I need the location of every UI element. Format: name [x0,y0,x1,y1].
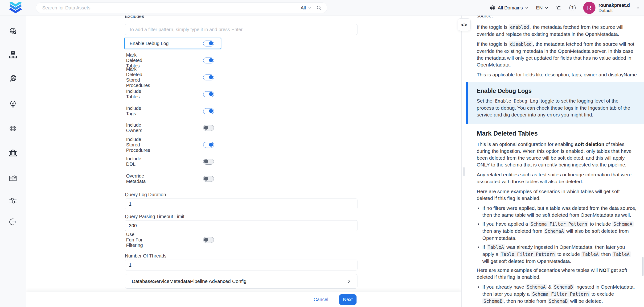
top-header: Search for Data Assets All All Domains E… [0,0,644,16]
bell-icon[interactable] [556,5,562,11]
number-of-threads-label: Number Of Threads [125,253,166,259]
docs-callout-title: Enable Debug Logs [477,88,631,94]
enable-debug-log-toggle[interactable] [203,41,214,47]
header-actions: All Domains EN ? R rounakpreet.d Default [490,0,640,16]
docs-paragraph: Here are some examples of scenarios in w… [477,188,637,202]
docs-paragraph: If the toggle is disabled, the metadata … [477,41,637,68]
view-json-code-button[interactable]: <> [458,19,470,31]
language-dropdown[interactable]: EN [536,5,548,11]
form-footer: Cancel Next [26,292,462,307]
mark-deleted-tables-toggle[interactable] [203,58,214,64]
docs-paragraph: Any related entities such as test suites… [477,171,637,185]
advanced-config-label: DatabaseServiceMetadataPipeline Advanced… [132,278,347,284]
knowledge-center-icon[interactable] [8,174,18,183]
docs-flow: If the toggle is enabled, the metadata f… [477,24,637,307]
left-nav-sidebar [0,16,26,307]
search-icon[interactable] [316,5,322,11]
docs-bullet: If you have applied a Schema Filter Patt… [477,220,637,241]
chevron-down-icon [308,6,312,10]
toggle-label: Use Fqn For Filtering [126,232,143,248]
mark-deleted-stored-procedures-toggle[interactable] [203,75,214,80]
advanced-config-collapse[interactable]: DatabaseServiceMetadataPipeline Advanced… [125,274,358,288]
toggle-label: Mark Deleted Tables [126,52,142,69]
search-scope-value: All [301,5,306,11]
help-icon[interactable]: ? [569,5,576,11]
search-scope-dropdown[interactable]: All [301,5,312,11]
user-name: rounakpreet.d [598,2,630,8]
settings-icon[interactable] [8,196,18,205]
pipeline-config-form: Excludes Enable Debug Log Mark Deleted T… [26,16,462,307]
logout-icon[interactable] [8,217,18,227]
chevron-right-icon [347,279,351,283]
insights-icon[interactable] [8,100,18,109]
include-tags-toggle[interactable] [203,108,214,114]
include-ddl-toggle[interactable] [203,159,214,165]
search-placeholder: Search for Data Assets [42,5,301,11]
chevron-down-icon [636,6,640,10]
excludes-label: Excludes [125,16,144,19]
excludes-input[interactable] [125,24,358,35]
docs-clipped-line: source. [477,16,637,24]
domains-icon[interactable] [8,124,18,133]
docs-bullet: If TableA was already ingested in OpenMe… [477,243,637,264]
query-parsing-timeout-input[interactable] [125,220,358,231]
use-fqn-for-filtering-toggle[interactable] [203,237,214,243]
docs-scrollbar-thumb[interactable] [642,257,644,276]
include-stored-procedures-toggle[interactable] [203,142,214,148]
chevron-down-icon [525,6,528,10]
toggle-label: Override Metadata [126,173,146,184]
toggle-label: Include Tags [126,106,142,117]
include-owners-toggle[interactable] [203,125,214,131]
chevron-down-icon [545,6,548,10]
docs-content: source. If the toggle is enabled, the me… [462,16,644,307]
sitemap-icon[interactable] [8,50,18,60]
include-tables-toggle[interactable] [203,91,214,97]
sidebar-divider [5,189,21,189]
user-menu[interactable]: R rounakpreet.d Default [583,2,640,14]
toggle-label: Include DDL [126,156,142,167]
docs-callout: Enable Debug LogsSet the Enable Debug Lo… [466,82,644,124]
domains-label: All Domains [498,5,523,11]
user-names: rounakpreet.d Default [598,2,630,14]
domains-dropdown[interactable]: All Domains [490,5,528,11]
toggle-label: Include Stored Procedures [126,137,150,153]
openmetadata-app: Search for Data Assets All All Domains E… [0,0,644,307]
language-value: EN [536,5,543,11]
query-log-duration-label: Query Log Duration [125,192,166,197]
explore-icon[interactable] [8,27,18,36]
enable-debug-log-row: Enable Debug Log [124,38,221,49]
docs-callout-body: Set the Enable Debug Log toggle to set t… [477,97,631,118]
query-log-duration-input[interactable] [125,198,358,209]
query-parsing-timeout-label: Query Parsing Timeout Limit [125,214,184,219]
globe-icon [490,5,496,11]
docs-bullet: If no filters were applied, but a table … [477,205,637,218]
docs-paragraph: This is applicable for fields like descr… [477,71,637,78]
toggle-label: Mark Deleted Stored Procedures [126,67,150,88]
docs-bullet: If you already have SchemaA & SchemaB in… [477,283,637,305]
logo-chevrons-icon [9,2,22,14]
avatar: R [583,2,596,14]
toggle-label: Include Tables [126,89,142,100]
user-team: Default [598,8,630,14]
number-of-threads-input[interactable] [125,260,358,270]
cancel-button[interactable]: Cancel [314,297,328,302]
docs-panel: source. If the toggle is enabled, the me… [462,16,644,307]
docs-paragraph: If the toggle is enabled, the metadata f… [477,24,637,38]
docs-paragraph: This is an optional configuration for en… [477,141,637,168]
observability-icon[interactable] [8,74,18,84]
toggle-label: Include Owners [126,122,142,133]
docs-paragraph: Here are some examples of scenarios wher… [477,267,637,280]
openmetadata-logo[interactable] [9,2,22,14]
govern-icon[interactable] [8,148,18,158]
docs-heading: Mark Deleted Tables [477,130,637,137]
next-button[interactable]: Next [339,294,356,305]
override-metadata-toggle[interactable] [203,176,214,182]
toggle-label: Enable Debug Log [130,41,169,46]
main-scrollbar-thumb[interactable] [463,167,465,176]
global-search-input[interactable]: Search for Data Assets All [36,2,327,13]
